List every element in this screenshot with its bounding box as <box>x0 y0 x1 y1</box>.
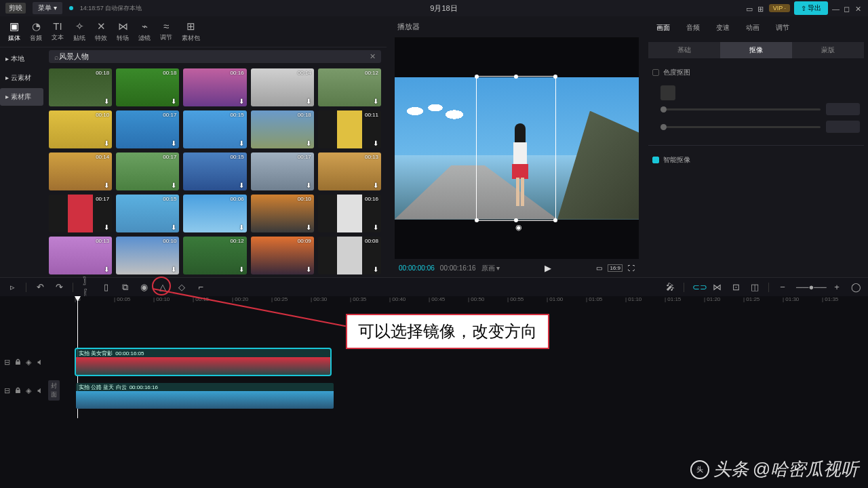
thumbnail[interactable]: 00:10⬇ <box>116 237 179 274</box>
thumbnail[interactable]: 00:16⬇ <box>183 68 246 106</box>
thumbnail[interactable]: 00:15⬇ <box>183 110 246 148</box>
prop-subtab-抠像[interactable]: 抠像 <box>720 42 792 58</box>
sidebar-item-云素材[interactable]: ▸ 云素材 <box>0 69 43 87</box>
mirror-icon[interactable]: △ <box>157 282 168 292</box>
shadow-slider[interactable] <box>652 118 860 136</box>
media-tab-文本[interactable]: TI文本 <box>52 20 64 43</box>
chroma-checkbox[interactable] <box>652 69 659 76</box>
minimize-icon[interactable]: — <box>832 5 840 12</box>
download-icon[interactable]: ⬇ <box>104 140 109 147</box>
thumbnail[interactable]: 00:12⬇ <box>183 237 246 274</box>
rotate-handle-icon[interactable]: ◉ <box>515 223 522 232</box>
thumbnail[interactable]: 00:18⬇ <box>116 68 179 106</box>
prop-subtab-蒙版[interactable]: 蒙版 <box>792 42 864 58</box>
thumbnail[interactable]: 00:14⬇ <box>49 152 112 190</box>
prop-tab-音频[interactable]: 音频 <box>678 19 708 37</box>
thumbnail[interactable]: 00:11⬇ <box>318 110 381 148</box>
download-icon[interactable]: ⬇ <box>373 224 378 231</box>
layout-icon-2[interactable]: ⊞ ▾ <box>757 5 765 12</box>
timeline-ruler[interactable]: | 0| 00:05| 00:10| 00:15| 00:20| 00:25| … <box>0 296 868 307</box>
preview-cut-icon[interactable]: ⊡ <box>730 282 741 292</box>
download-icon[interactable]: ⬇ <box>104 182 109 189</box>
download-icon[interactable]: ⬇ <box>171 266 176 273</box>
download-icon[interactable]: ⬇ <box>239 140 244 147</box>
download-icon[interactable]: ⬇ <box>104 224 109 231</box>
chroma-key-row[interactable]: 色度抠图 <box>652 68 860 77</box>
search-field[interactable] <box>59 53 370 61</box>
clip[interactable]: 实拍 美女背影00:00:16:05 <box>76 349 330 375</box>
clip[interactable]: 实拍 公路 蓝天 白云00:00:16:16 <box>76 383 334 409</box>
thumbnail[interactable]: 00:10⬇ <box>49 110 112 148</box>
preview-mode[interactable]: 原画 ▾ <box>481 264 500 273</box>
collapse-icon[interactable]: ⊟ <box>4 386 10 395</box>
visibility-icon[interactable]: ◈ <box>26 358 31 367</box>
track-header-2[interactable]: ⊟ 🔒︎ ◈ 🔈︎ 封面 <box>0 376 50 405</box>
download-icon[interactable]: ⬇ <box>306 140 311 147</box>
media-tab-音频[interactable]: ◔音频 <box>30 20 42 43</box>
download-icon[interactable]: ⬇ <box>306 224 311 231</box>
preview-viewport[interactable]: ◉ <box>395 37 639 259</box>
lock-icon[interactable]: 🔒︎ <box>14 386 22 394</box>
media-tab-素材包[interactable]: ⊞素材包 <box>182 20 200 43</box>
loop-icon[interactable]: ◉ <box>138 282 149 292</box>
thumbnail[interactable]: 00:15⬇ <box>116 195 179 232</box>
media-tab-贴纸[interactable]: ✧贴纸 <box>73 20 85 43</box>
prop-tab-动画[interactable]: 动画 <box>738 19 768 37</box>
thumbnail[interactable]: 00:14⬇ <box>251 68 314 106</box>
thumbnail[interactable]: 00:18⬇ <box>49 68 112 106</box>
media-tab-特效[interactable]: ✕特效 <box>95 20 107 43</box>
prop-tab-画面[interactable]: 画面 <box>648 19 678 37</box>
visibility-icon[interactable]: ◈ <box>26 386 31 395</box>
close-icon[interactable]: ✕ <box>855 5 863 12</box>
menu-button[interactable]: 菜单 ▾ <box>33 2 62 14</box>
preview-content[interactable]: ◉ <box>395 77 639 220</box>
vip-badge[interactable]: VIP · <box>769 4 790 12</box>
pointer-tool-icon[interactable]: ▹ <box>7 282 18 292</box>
mute-icon[interactable]: 🔈︎ <box>35 386 43 394</box>
rotate-cw-icon[interactable]: ◇ <box>176 282 187 292</box>
track-height-icon[interactable]: ◫ <box>749 282 760 292</box>
redo-icon[interactable]: ↷ <box>54 282 64 292</box>
download-icon[interactable]: ⬇ <box>239 98 244 105</box>
thumbnail[interactable]: 00:16⬇ <box>318 195 381 232</box>
smart-cutout-checkbox[interactable] <box>652 157 659 163</box>
thumbnail[interactable]: 00:17⬇ <box>116 110 179 148</box>
download-icon[interactable]: ⬇ <box>373 182 378 189</box>
download-icon[interactable]: ⬇ <box>171 98 176 105</box>
thumbnail[interactable]: 00:10⬇ <box>251 195 314 232</box>
smart-cutout-row[interactable]: 智能抠像 <box>652 155 860 165</box>
prop-subtab-基础[interactable]: 基础 <box>648 42 720 58</box>
link-icon[interactable]: ⋈ <box>711 282 722 292</box>
download-icon[interactable]: ⬇ <box>373 266 378 273</box>
thumbnail[interactable]: 00:18⬇ <box>251 110 314 148</box>
download-icon[interactable]: ⬇ <box>104 98 109 105</box>
lock-icon[interactable]: 🔒︎ <box>14 358 22 366</box>
download-icon[interactable]: ⬇ <box>306 266 311 273</box>
thumbnail[interactable]: 00:15⬇ <box>183 152 246 190</box>
download-icon[interactable]: ⬇ <box>171 224 176 231</box>
media-tab-调节[interactable]: ≈调节 <box>160 20 172 43</box>
mute-icon[interactable]: 🔈︎ <box>35 358 43 366</box>
sidebar-item-素材库[interactable]: ▸ 素材库 <box>0 88 43 106</box>
magnet-icon[interactable]: ⊂⊃ <box>692 282 703 292</box>
thumbnail[interactable]: 00:06⬇ <box>183 195 246 232</box>
media-tab-媒体[interactable]: ▣媒体 <box>8 20 20 43</box>
thumbnail[interactable]: 00:17⬇ <box>49 195 112 232</box>
zoom-out-icon[interactable]: − <box>777 282 788 292</box>
thumbnail[interactable]: 00:08⬇ <box>318 237 381 274</box>
track-header-1[interactable]: ⊟ 🔒︎ ◈ 🔈︎ <box>0 348 50 376</box>
zoom-in-icon[interactable]: + <box>831 282 842 292</box>
thumbnail[interactable]: 00:17⬇ <box>116 152 179 190</box>
download-icon[interactable]: ⬇ <box>373 98 378 105</box>
prop-tab-变速[interactable]: 变速 <box>708 19 738 37</box>
download-icon[interactable]: ⬇ <box>104 266 109 273</box>
download-icon[interactable]: ⬇ <box>239 224 244 231</box>
selection-box[interactable] <box>476 76 556 221</box>
download-icon[interactable]: ⬇ <box>171 140 176 147</box>
play-button[interactable]: ▶ <box>545 263 551 273</box>
copy-icon[interactable]: ⧉ <box>119 282 130 293</box>
export-button[interactable]: ⇧ 导出 <box>794 1 828 15</box>
ratio-icon[interactable]: ▭ <box>596 264 602 272</box>
thumbnail[interactable]: 00:12⬇ <box>318 68 381 106</box>
media-tab-滤镜[interactable]: ⌁滤镜 <box>138 20 151 43</box>
